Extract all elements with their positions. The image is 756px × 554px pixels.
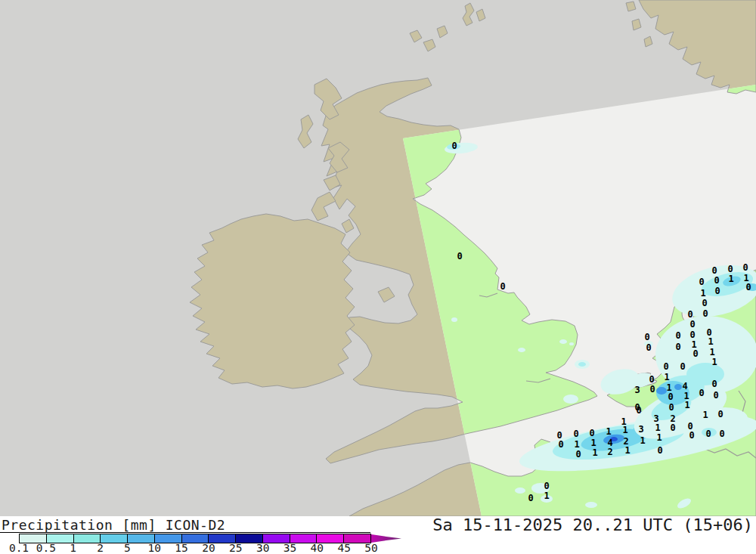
precip-value-label: 1 xyxy=(544,491,549,501)
precip-value-label: 4 xyxy=(682,381,687,392)
precip-value-label: 0 xyxy=(687,309,692,320)
colorbar-tick-label: 1 xyxy=(70,542,76,554)
valid-time-text: Sa 15-11-2025 20..21 UTC (15+06) xyxy=(432,515,753,534)
precip-value-label: 0 xyxy=(711,265,717,276)
precip-value-label: 1 xyxy=(574,439,579,450)
precip-value-label: 0 xyxy=(713,390,718,401)
precip-cell xyxy=(686,363,724,385)
precip-value-label: 1 xyxy=(728,274,733,284)
precip-value-label: 0 xyxy=(702,308,708,319)
precip-value-label: 0 xyxy=(717,409,723,419)
colorbar-tick-label: 2 xyxy=(97,542,104,554)
precip-value-label: 1 xyxy=(640,435,645,446)
precip-cell xyxy=(518,348,525,352)
precip-value-label: 0 xyxy=(689,430,694,441)
precip-cell xyxy=(559,339,567,344)
precip-value-label: 0 xyxy=(634,402,640,413)
legend-title: Precipitation[mm]ICON-D2 xyxy=(2,517,225,533)
precip-value-label: 0 xyxy=(675,330,680,341)
precip-cell xyxy=(451,317,457,322)
precip-value-label: 2 xyxy=(607,447,612,457)
colorbar-tick-label: 50 xyxy=(364,542,377,554)
precip-value-label: 0 xyxy=(575,449,581,460)
precip-value-label: 1 xyxy=(709,347,714,357)
precip-value-label: 0 xyxy=(670,422,675,433)
precip-value-label: 0 xyxy=(719,429,724,439)
precip-value-label: 0 xyxy=(528,493,533,503)
colorbar-tick-label: 35 xyxy=(284,542,296,554)
precip-value-label: 0 xyxy=(705,429,711,439)
precip-value-label: 1 xyxy=(711,357,717,367)
precip-value-label: 0 xyxy=(711,379,717,389)
colorbar-tick-label: 15 xyxy=(175,542,187,554)
colorbar-tick-label: 0.5 xyxy=(36,542,56,554)
colorbar-tick-label: 45 xyxy=(337,542,350,554)
precip-value-label: 1 xyxy=(656,432,662,443)
precip-value-label: 0 xyxy=(699,388,704,398)
precip-value-label: 0 xyxy=(702,298,707,308)
precip-value-label: 0 xyxy=(689,330,695,340)
precip-value-label: 0 xyxy=(500,281,505,292)
precip-value-label: 3 xyxy=(638,424,643,435)
colorbar-tick-label: 5 xyxy=(124,542,131,554)
model-name: ICON-D2 xyxy=(166,517,225,533)
precip-value-label: 1 xyxy=(606,426,611,437)
precip-value-label: 1 xyxy=(624,445,630,456)
parameter-unit: [mm] xyxy=(122,517,156,533)
colorbar-tick-label: 10 xyxy=(148,542,161,554)
legend-panel: Precipitation[mm]ICON-D2 Sa 15-11-2025 2… xyxy=(0,516,756,554)
precip-value-label: 0 xyxy=(589,428,594,438)
precip-value-label: 0 xyxy=(657,445,662,456)
precip-value-label: 1 xyxy=(708,336,713,347)
precip-value-label: 1 xyxy=(655,422,660,433)
precip-value-label: 1 xyxy=(664,372,669,382)
legend-rule xyxy=(0,532,370,533)
colorbar-tick-label: 20 xyxy=(202,542,215,554)
precip-cell xyxy=(569,342,574,345)
precip-cell xyxy=(674,384,682,390)
precip-value-label: 1 xyxy=(592,447,597,458)
weather-map-page: 0000000011100000000000011011001030140101… xyxy=(0,0,756,554)
precip-cell xyxy=(563,395,578,404)
precip-value-label: 0 xyxy=(680,361,685,372)
colorbar-tick-label: 40 xyxy=(311,542,324,554)
precip-value-label: 0 xyxy=(714,286,720,296)
precip-value-label: 0 xyxy=(457,251,462,262)
precip-cell xyxy=(578,362,586,367)
precip-value-label: 0 xyxy=(646,342,651,353)
precip-value-label: 0 xyxy=(558,439,563,450)
precip-value-label: 0 xyxy=(714,275,719,286)
precip-value-label: 0 xyxy=(689,319,695,330)
precip-cell xyxy=(656,387,667,395)
colorbar-tick-label: 25 xyxy=(229,542,242,554)
precip-value-label: 0 xyxy=(699,277,704,287)
precip-value-label: 0 xyxy=(727,264,733,274)
precip-value-label: 1 xyxy=(684,400,689,410)
precip-value-label: 0 xyxy=(649,384,655,395)
parameter-name: Precipitation xyxy=(2,517,113,533)
precip-value-label: 0 xyxy=(451,141,457,151)
colorbar-tick-label: 0.1 xyxy=(9,542,29,554)
precip-value-label: 1 xyxy=(700,288,705,299)
precip-value-label: 0 xyxy=(644,332,649,342)
precip-value-label: 1 xyxy=(590,438,596,448)
precip-value-label: 0 xyxy=(649,374,654,385)
precip-value-label: 0 xyxy=(745,282,751,292)
precip-cell xyxy=(585,502,597,508)
precip-value-label: 0 xyxy=(668,402,674,413)
precip-value-label: 0 xyxy=(573,429,578,439)
precip-value-label: 0 xyxy=(742,262,748,273)
precip-value-label: 0 xyxy=(692,348,698,359)
precip-value-label: 1 xyxy=(622,425,627,435)
weather-map: 0000000011100000000000011011001030140101… xyxy=(0,0,756,516)
precip-value-label: 0 xyxy=(675,342,680,352)
precip-value-label: 0 xyxy=(663,361,668,372)
precip-value-label: 0 xyxy=(668,392,673,402)
precip-cell xyxy=(515,487,525,494)
colorbar-labels: 0.10.5125101520253035404550 xyxy=(0,542,423,554)
colorbar-tick-label: 30 xyxy=(256,542,269,554)
precip-value-label: 1 xyxy=(702,410,708,420)
precip-value-label: 3 xyxy=(634,385,640,395)
precip-value-label: 0 xyxy=(544,481,549,491)
